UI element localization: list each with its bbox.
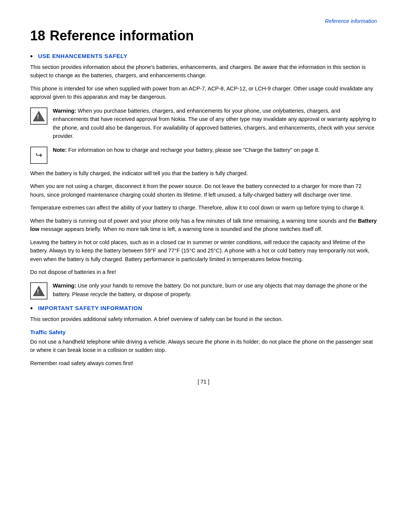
battery-low-text-after: message appears briefly. When no more ta… (39, 226, 322, 232)
warning-text-1: Warning: When you purchase batteries, ch… (53, 107, 377, 141)
warning-text-2: Warning: Use only your hands to remove t… (53, 281, 377, 298)
section-use-enhancements: • USE ENHANCEMENTS SAFELY (30, 53, 377, 61)
chapter-title-text: Reference information (50, 28, 194, 43)
use-enhancements-para-5: Temperature extremes can affect the abil… (30, 203, 377, 212)
warning-box-2: Warning: Use only your hands to remove t… (30, 281, 377, 300)
warning-triangle-icon-1 (30, 107, 47, 125)
section-heading-important-safety: IMPORTANT SAFETY INFORMATION (38, 305, 142, 311)
warning-triangle-icon-2 (30, 282, 47, 300)
warning-label-1: Warning: (53, 108, 76, 114)
bullet-dot-1: • (30, 52, 33, 61)
traffic-safety-para-1: Do not use a handheld telephone while dr… (30, 338, 377, 355)
important-safety-para-1: This section provides additional safety … (30, 315, 377, 323)
chapter-title: 18Reference information (30, 28, 377, 44)
note-label-1: Note: (53, 147, 67, 153)
use-enhancements-para-8: Do not dispose of batteries in a fire! (30, 268, 377, 276)
header-reference-label: Reference information (30, 18, 377, 24)
warning-body-2: Use only your hands to remove the batter… (53, 283, 367, 297)
note-text-1: Note: For information on how to charge a… (53, 146, 377, 154)
note-box-1: ↪ Note: For information on how to charge… (30, 146, 377, 164)
triangle-warn-shape-1 (33, 111, 45, 121)
use-enhancements-para-2: This phone is intended for use when supp… (30, 84, 377, 101)
section-important-safety: • IMPORTANT SAFETY INFORMATION (30, 305, 377, 313)
section-heading-use-enhancements: USE ENHANCEMENTS SAFELY (38, 53, 127, 59)
battery-low-para: When the battery is running out of power… (30, 217, 377, 234)
warning-label-2: Warning: (53, 283, 76, 289)
traffic-safety-heading: Traffic Safety (30, 329, 377, 335)
triangle-warn-shape-2 (33, 286, 45, 296)
bullet-dot-2: • (30, 304, 33, 313)
warning-italic-1: only (273, 108, 283, 114)
use-enhancements-para-4: When you are not using a charger, discon… (30, 182, 377, 199)
use-enhancements-para-7: Leaving the battery in hot or cold place… (30, 238, 377, 263)
use-enhancements-para-3: When the battery is fully charged, the i… (30, 169, 377, 177)
note-arrow-icon: ↪ (30, 147, 47, 164)
use-enhancements-content: This section provides information about … (30, 63, 377, 300)
page-container: Reference information 18Reference inform… (0, 0, 407, 407)
battery-low-text-before: When the battery is running out of power… (30, 218, 358, 224)
note-body-1: For information on how to charge and rec… (67, 147, 320, 153)
warning-body-1a: When you purchase batteries, chargers, a… (76, 108, 273, 114)
traffic-safety-para-2: Remember road safety always comes first! (30, 359, 377, 367)
header-reference-text: Reference information (325, 18, 377, 24)
chapter-number: 18 (30, 28, 45, 43)
use-enhancements-para-1: This section provides information about … (30, 63, 377, 80)
important-safety-content: This section provides additional safety … (30, 315, 377, 367)
page-number: [ 71 ] (30, 379, 377, 385)
arrow-right-shape: ↪ (35, 150, 42, 160)
warning-box-1: Warning: When you purchase batteries, ch… (30, 107, 377, 141)
